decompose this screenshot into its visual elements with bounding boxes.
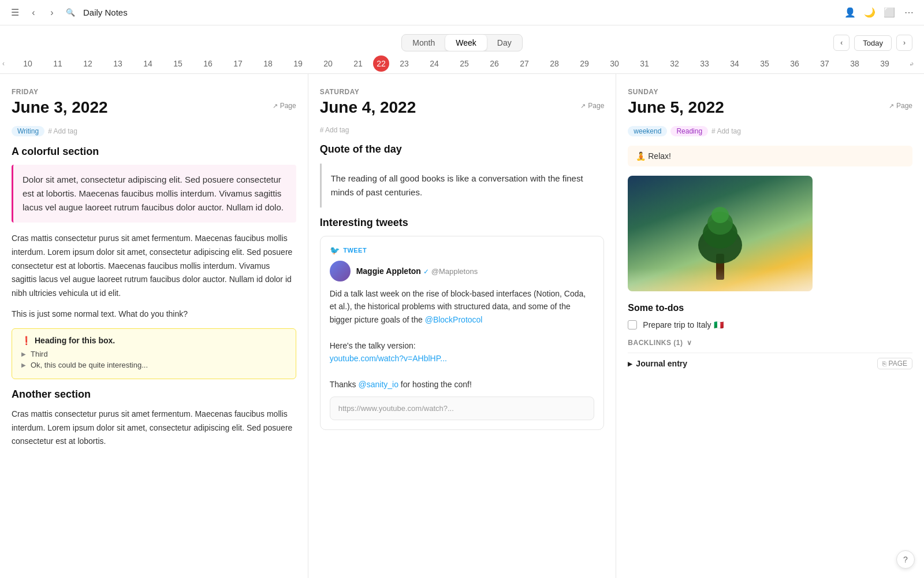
- help-icon: ?: [903, 555, 908, 564]
- col1-callout-heading: ❗ Heading for this box.: [21, 336, 286, 345]
- relax-text: 🧘 Relax!: [636, 151, 671, 161]
- col3-todos-heading: Some to-dos: [628, 303, 912, 313]
- today-btn[interactable]: Today: [854, 35, 892, 51]
- layout-icon[interactable]: ⬜: [884, 7, 895, 18]
- search-icon[interactable]: 🔍: [65, 7, 76, 18]
- timeline-item[interactable]: 12: [73, 55, 103, 72]
- timeline-item[interactable]: 18: [253, 55, 283, 72]
- col1-callout-item-1[interactable]: ▶ Third: [21, 350, 286, 358]
- col2-day-label: SATURDAY: [320, 88, 416, 96]
- timeline-item[interactable]: 39: [870, 55, 900, 72]
- forward-icon[interactable]: ›: [46, 7, 58, 18]
- col1-date: June 3, 2022: [12, 98, 108, 117]
- col3-add-tag[interactable]: # Add tag: [711, 127, 741, 135]
- timeline-item[interactable]: 30: [599, 55, 629, 72]
- col1-callout-item-2-text: Ok, this could be quite interesting...: [31, 361, 148, 369]
- col1-body-text2: This is just some normal text. What do y…: [12, 307, 296, 321]
- col3-tags: weekend Reading # Add tag: [628, 126, 912, 136]
- week-view-btn[interactable]: Week: [445, 35, 487, 51]
- timeline-item[interactable]: 23: [389, 55, 419, 72]
- tweet-type-label: 🐦 TWEET: [330, 246, 595, 255]
- twitter-icon: 🐦: [330, 246, 340, 255]
- moon-icon[interactable]: 🌙: [864, 7, 875, 18]
- col3-todo-item-1-text: Prepare trip to Italy 🇮🇹: [643, 320, 723, 329]
- timeline-item[interactable]: 37: [810, 55, 840, 72]
- timeline-item[interactable]: 35: [750, 55, 780, 72]
- col3-page-link[interactable]: ↗ Page: [889, 102, 912, 110]
- day-col-sunday: SUNDAY June 5, 2022 ↗ Page weekend Readi…: [616, 74, 924, 578]
- timeline-item[interactable]: 26: [479, 55, 509, 72]
- back-icon[interactable]: ‹: [28, 7, 39, 18]
- col2-quote-block: The reading of all good books is like a …: [320, 164, 605, 208]
- timeline-item-active[interactable]: 22: [373, 55, 389, 72]
- timeline-item[interactable]: 34: [720, 55, 750, 72]
- col3-date-block: SUNDAY June 5, 2022: [628, 88, 724, 124]
- col1-callout-heading-text: Heading for this box.: [35, 336, 115, 345]
- tag-reading[interactable]: Reading: [670, 126, 708, 136]
- backlinks-page-link[interactable]: ⎘ PAGE: [877, 358, 912, 369]
- tree-svg: [697, 199, 743, 280]
- menu-icon[interactable]: ☰: [9, 7, 21, 18]
- tweet-user-row: Maggie Appleton ✓ @Mappletons: [330, 261, 595, 281]
- page-icon: ⎘: [882, 360, 886, 367]
- backlinks-header[interactable]: BACKLINKS (1) ∨: [628, 339, 912, 347]
- tweet-link[interactable]: youtube.com/watch?v=AHblHP...: [330, 354, 447, 363]
- user-icon[interactable]: 👤: [844, 7, 856, 18]
- prev-btn[interactable]: ‹: [833, 35, 850, 51]
- timeline-next[interactable]: ›: [911, 60, 922, 68]
- backlinks-item-1: ▶ Journal entry ⎘ PAGE: [628, 353, 912, 374]
- svg-point-4: [711, 207, 729, 223]
- col1-add-tag[interactable]: # Add tag: [48, 127, 77, 135]
- view-switcher: Month Week Day: [401, 34, 522, 51]
- timeline-item[interactable]: 27: [509, 55, 539, 72]
- month-view-btn[interactable]: Month: [402, 35, 445, 51]
- backlinks-page-label: PAGE: [889, 360, 907, 368]
- tag-writing[interactable]: Writing: [12, 126, 44, 136]
- timeline-item[interactable]: 10: [13, 55, 43, 72]
- col1-callout-item-1-text: Third: [31, 350, 48, 358]
- next-btn[interactable]: ›: [896, 35, 912, 51]
- col1-date-block: FRIDAY June 3, 2022: [12, 88, 108, 124]
- timeline-item[interactable]: 29: [569, 55, 599, 72]
- timeline-item[interactable]: 24: [419, 55, 449, 72]
- timeline-item[interactable]: 15: [163, 55, 193, 72]
- chevron-right-icon: ▶: [21, 362, 26, 368]
- timeline-item[interactable]: 21: [343, 55, 373, 72]
- tag-weekend[interactable]: weekend: [628, 126, 667, 136]
- col1-section2-heading: Another section: [12, 388, 296, 401]
- col2-add-tag[interactable]: # Add tag: [320, 126, 349, 134]
- timeline-item[interactable]: 14: [133, 55, 163, 72]
- timeline-item[interactable]: 19: [283, 55, 313, 72]
- timeline-item[interactable]: 16: [193, 55, 223, 72]
- timeline-item[interactable]: 28: [539, 55, 569, 72]
- tweet-url-preview[interactable]: https://www.youtube.com/watch?...: [330, 397, 595, 420]
- help-button[interactable]: ?: [896, 550, 915, 569]
- external-link-icon: ↗: [273, 102, 278, 110]
- col2-page-link[interactable]: ↗ Page: [580, 102, 604, 110]
- col1-page-link[interactable]: ↗ Page: [273, 102, 296, 110]
- col2-tags: # Add tag: [320, 126, 605, 134]
- col2-date: June 4, 2022: [320, 98, 416, 117]
- external-link-icon: ↗: [580, 102, 586, 110]
- backlinks-item-1-label: Journal entry: [636, 359, 687, 368]
- timeline-item[interactable]: 17: [223, 55, 253, 72]
- timeline-item[interactable]: 38: [840, 55, 870, 72]
- timeline-item[interactable]: 20: [313, 55, 343, 72]
- backlinks-journal-entry[interactable]: ▶ Journal entry: [628, 359, 687, 368]
- timeline-item[interactable]: 13: [103, 55, 133, 72]
- tweet-label: TWEET: [343, 247, 367, 254]
- day-view-btn[interactable]: Day: [487, 35, 522, 51]
- more-icon[interactable]: ⋯: [903, 7, 915, 18]
- col1-callout-item-2[interactable]: ▶ Ok, this could be quite interesting...: [21, 361, 286, 369]
- timeline-prev[interactable]: ‹: [2, 60, 13, 68]
- timeline-item[interactable]: 32: [660, 55, 690, 72]
- tweet-mention1[interactable]: @BlockProtocol: [425, 315, 483, 324]
- timeline-item[interactable]: 25: [449, 55, 479, 72]
- todo-checkbox-1[interactable]: [628, 320, 637, 329]
- timeline-item[interactable]: 33: [690, 55, 720, 72]
- timeline-item[interactable]: 40: [900, 55, 911, 72]
- tweet-mention2[interactable]: @sanity_io: [358, 380, 398, 389]
- timeline-item[interactable]: 36: [780, 55, 810, 72]
- timeline-item[interactable]: 31: [629, 55, 660, 72]
- timeline-item[interactable]: 11: [43, 55, 73, 72]
